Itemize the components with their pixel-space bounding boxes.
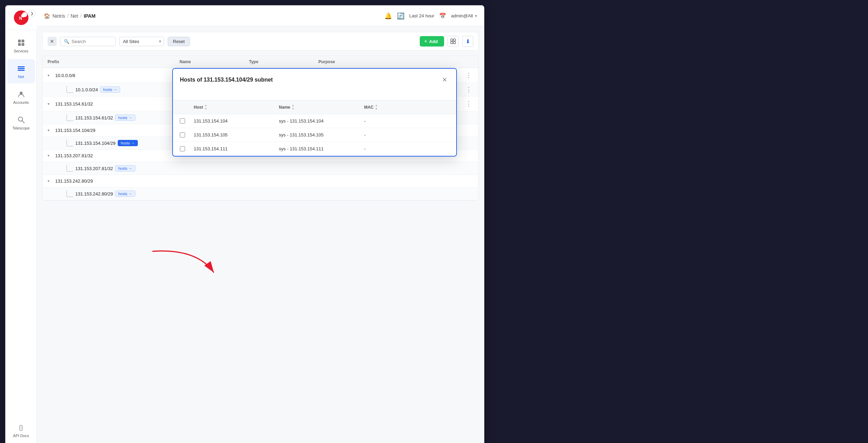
breadcrumb: 🏠 Netris / Net / IPAM (44, 13, 380, 19)
expand-icon-1[interactable]: ▾ (48, 73, 52, 78)
sidebar-item-net[interactable]: Net (7, 59, 35, 83)
table-row-main-5[interactable]: ▾ 131.153.242.80/29 (43, 175, 478, 187)
hosts-badge-2[interactable]: hosts → (115, 115, 135, 121)
breadcrumb-sep1: / (67, 13, 69, 19)
mac-sort-arrows[interactable]: ▲ ▼ (375, 104, 378, 110)
expand-icon-5[interactable]: ▾ (48, 179, 52, 183)
user-menu[interactable]: admin@All ▾ (451, 13, 477, 18)
indent-connector-2 (66, 114, 73, 121)
modal-host-1: 131.153.154.104 (194, 118, 279, 124)
indent-line-5: 131.153.242.80/29 hosts → (64, 190, 135, 197)
search-icon: 🔍 (64, 39, 69, 44)
prefix-value-4: 131.153.207.81/32 (55, 153, 93, 158)
svg-point-10 (20, 92, 23, 94)
modal-row-1-checkbox[interactable] (180, 118, 185, 124)
sidebar-toggle-button[interactable]: ❯ (28, 10, 35, 17)
child-prefix-value-3: 131.153.154.104/29 (75, 141, 116, 146)
add-button[interactable]: + Add (420, 36, 444, 47)
breadcrumb-sep2: / (80, 13, 82, 19)
sites-select[interactable]: All Sites (119, 37, 164, 46)
column-prefix: Prefix (48, 59, 180, 64)
modal-row-2-checkbox[interactable] (180, 132, 185, 137)
svg-rect-6 (22, 43, 24, 46)
expand-icon-2[interactable]: ▾ (48, 102, 52, 106)
notifications-bell-icon[interactable]: 🔔 (384, 12, 392, 20)
expand-icon-3[interactable]: ▾ (48, 128, 52, 133)
indent-connector-4 (66, 165, 73, 172)
modal-row-3[interactable]: 131.153.154.111 sys - 131.153.154.111 - (173, 142, 456, 156)
sidebar-item-telescope[interactable]: Telescope (7, 110, 35, 135)
modal-row-2[interactable]: 131.153.154.105 sys - 131.153.154.105 - (173, 128, 456, 142)
modal-host-3: 131.153.154.111 (194, 146, 279, 151)
prefix-cell-2: ▾ 131.153.154.61/32 (48, 101, 180, 107)
calendar-icon[interactable]: 📅 (439, 12, 446, 19)
modal-header: Hosts of 131.153.154.104/29 subnet ✕ (173, 69, 456, 90)
reset-button[interactable]: Reset (168, 37, 190, 46)
telescope-label: Telescope (12, 126, 30, 130)
sidebar-navigation: Services Net (6, 30, 36, 418)
indent-line-1: 10.1.0.0/24 hosts → (64, 86, 120, 93)
indent-line-2: 131.153.154.61/32 hosts → (64, 114, 135, 121)
breadcrumb-net[interactable]: Net (70, 13, 78, 19)
prefix-value-1: 10.0.0.0/8 (55, 73, 75, 78)
sites-select-wrap: All Sites (119, 37, 164, 46)
prefix-value-3: 131.153.154.104/29 (55, 128, 95, 133)
modal-title: Hosts of 131.153.154.104/29 subnet (180, 77, 273, 83)
svg-text:N: N (19, 16, 22, 21)
svg-rect-9 (18, 70, 25, 71)
accounts-label: Accounts (13, 100, 29, 105)
table-row-5: ▾ 131.153.242.80/29 131.153.242.80/29 (43, 175, 478, 200)
sidebar-item-services[interactable]: Services (7, 33, 35, 58)
expand-icon-4[interactable]: ▾ (48, 153, 52, 158)
accounts-icon (16, 89, 26, 99)
column-actions (388, 59, 473, 64)
prefix-value-2: 131.153.154.61/32 (55, 101, 93, 107)
mac-col-label: MAC (364, 105, 374, 110)
svg-rect-7 (18, 66, 25, 67)
svg-rect-15 (451, 42, 453, 44)
hosts-badge-5[interactable]: hosts → (115, 191, 135, 197)
child-prefix-value-4: 131.153.207.81/32 (75, 166, 113, 171)
indent-line-3: 131.153.154.104/29 hosts → (64, 140, 138, 147)
modal-row-3-checkbox[interactable] (180, 146, 185, 151)
services-icon (16, 38, 26, 48)
app-logo[interactable]: N (6, 6, 37, 30)
child-more-button-1[interactable]: ⋮ (464, 86, 473, 93)
modal-mac-2: - (364, 132, 449, 137)
hosts-badge-3-active[interactable]: hosts → (118, 140, 138, 146)
child-prefix-value-5: 131.153.242.80/29 (75, 191, 113, 197)
prefix-cell-4: ▾ 131.153.207.81/32 (48, 153, 180, 158)
svg-rect-14 (453, 39, 456, 41)
svg-rect-8 (18, 68, 25, 69)
add-label: Add (429, 39, 438, 44)
layout-toggle-button[interactable] (448, 36, 459, 47)
search-input[interactable] (72, 39, 113, 44)
svg-line-12 (22, 121, 24, 123)
breadcrumb-netris[interactable]: Netris (52, 13, 65, 19)
content-area: ✕ 🔍 All Sites Reset + Add (37, 26, 484, 443)
modal-row-1[interactable]: 131.153.154.104 sys - 131.153.154.104 - (173, 114, 456, 128)
svg-rect-13 (451, 39, 453, 41)
child-prefix-value-2: 131.153.154.61/32 (75, 115, 113, 120)
modal-table-header: Host ▲ ▼ Name ▲ ▼ (173, 100, 456, 114)
host-sort-arrows[interactable]: ▲ ▼ (205, 104, 207, 110)
indent-line-4: 131.153.207.81/32 hosts → (64, 165, 135, 172)
sidebar-item-accounts[interactable]: Accounts (7, 85, 35, 109)
column-type: Type (249, 59, 318, 64)
svg-rect-5 (18, 43, 21, 46)
api-docs-label: API Docs (13, 434, 29, 438)
user-dropdown-icon: ▾ (475, 14, 477, 18)
modal-checkbox-header (180, 104, 194, 110)
hosts-badge-1[interactable]: hosts → (100, 86, 120, 93)
indent-connector-3 (66, 140, 73, 147)
name-sort-arrows[interactable]: ▲ ▼ (292, 104, 294, 110)
telescope-icon (16, 115, 26, 125)
sidebar-item-api-docs[interactable]: {} API Docs (7, 418, 35, 442)
modal-close-button[interactable]: ✕ (440, 75, 449, 85)
refresh-icon[interactable]: 🔄 (397, 12, 404, 20)
toolbar-close-button[interactable]: ✕ (48, 37, 57, 46)
more-button-1[interactable]: ⋮ (464, 72, 473, 79)
download-button[interactable]: ⬇ (462, 36, 473, 47)
more-button-2[interactable]: ⋮ (464, 100, 473, 108)
hosts-badge-4[interactable]: hosts → (115, 165, 135, 172)
